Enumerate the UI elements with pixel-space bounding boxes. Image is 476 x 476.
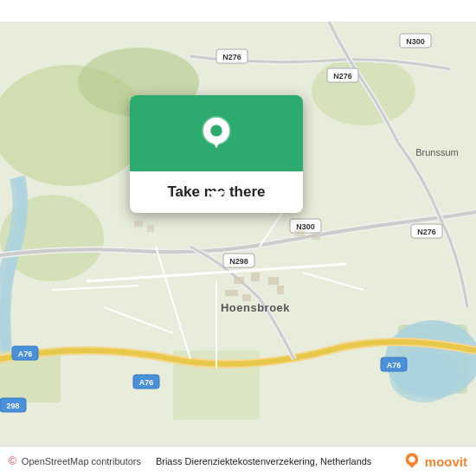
svg-rect-45 [134, 221, 143, 227]
popup-top [130, 95, 303, 171]
svg-rect-39 [234, 277, 244, 284]
osm-copyright-symbol: © [9, 455, 16, 467]
svg-text:N276: N276 [333, 72, 352, 80]
location-pin-icon [197, 116, 235, 154]
svg-text:Brunssum: Brunssum [415, 147, 459, 158]
svg-point-54 [408, 456, 415, 462]
svg-text:A76: A76 [387, 361, 402, 370]
svg-text:A76: A76 [18, 350, 33, 358]
svg-rect-46 [147, 225, 154, 232]
svg-rect-42 [268, 277, 279, 285]
svg-rect-43 [242, 294, 251, 301]
svg-rect-47 [294, 229, 305, 236]
svg-rect-41 [225, 290, 238, 296]
svg-rect-48 [312, 234, 320, 240]
svg-text:Hoensbroek: Hoensbroek [221, 301, 290, 314]
footer-location-text: Briass Dierenziektekostenverzekering, Ne… [156, 456, 371, 466]
svg-marker-55 [408, 463, 415, 468]
svg-rect-44 [277, 286, 284, 294]
popup-tail [208, 191, 225, 202]
svg-text:N276: N276 [222, 53, 241, 61]
moovit-brand-text: moovit [425, 454, 467, 469]
footer-credit-text: OpenStreetMap contributors [22, 456, 141, 466]
svg-text:298: 298 [6, 402, 19, 410]
svg-text:N298: N298 [229, 257, 248, 266]
svg-text:A76: A76 [139, 378, 154, 387]
footer-bar: © OpenStreetMap contributors Briass Dier… [0, 446, 476, 476]
moovit-logo: moovit [402, 452, 467, 471]
svg-point-51 [210, 125, 222, 137]
map-background: N276 N276 N300 N300 N298 N276 A76 A76 A7… [0, 0, 476, 476]
svg-point-3 [312, 56, 415, 125]
map-container: N276 N276 N300 N300 N298 N276 A76 A76 A7… [0, 0, 476, 476]
svg-rect-40 [251, 273, 260, 281]
svg-text:N276: N276 [417, 228, 436, 236]
moovit-icon [402, 452, 421, 471]
footer-left: © OpenStreetMap contributors Briass Dier… [9, 453, 371, 469]
svg-text:N300: N300 [406, 37, 425, 46]
